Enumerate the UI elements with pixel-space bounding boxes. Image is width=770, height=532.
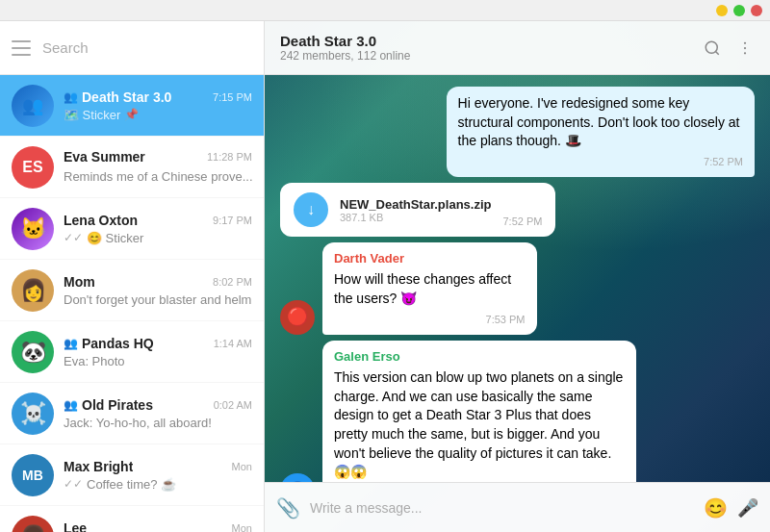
chat-header-icons — [703, 38, 755, 58]
message-content: Darth Vader How will these changes affec… — [322, 242, 537, 335]
message-text: Hi everyone. I've redesigned some key st… — [458, 94, 743, 151]
chat-title: Death Star 3.0 — [280, 33, 703, 49]
more-options-icon[interactable] — [735, 38, 755, 58]
avatar: 👦 — [12, 516, 54, 533]
message-bubble: Hi everyone. I've redesigned some key st… — [447, 87, 755, 177]
chat-name: Eva Summer — [64, 149, 145, 165]
chat-time: 8:02 PM — [213, 276, 252, 288]
avatar: 🐼 — [12, 331, 54, 373]
chat-title-info: Death Star 3.0 242 members, 112 online — [280, 33, 703, 63]
message-bubble: 🔴 Darth Vader How will these changes aff… — [280, 242, 609, 335]
chat-info: 👥 Old Pirates 0:02 AM Jack: Yo-ho-ho, al… — [64, 397, 252, 430]
sidebar-header — [0, 21, 264, 75]
avatar: ☠️ — [12, 393, 54, 435]
search-icon[interactable] — [703, 38, 722, 58]
tick-icon: ✓✓ — [64, 477, 83, 491]
chat-info: Eva Summer 11:28 PM Reminds me of a Chin… — [64, 149, 252, 185]
message-time: 7:53 PM — [334, 313, 526, 327]
chat-item-max-bright[interactable]: MB Max Bright Mon ✓✓ Coffee time? ☕ — [0, 444, 264, 506]
emoji-icon[interactable]: 😊 — [704, 496, 728, 519]
chat-preview: Eva: Photo — [64, 354, 252, 368]
chat-time: 11:28 PM — [207, 151, 252, 163]
chat-name: Mom — [64, 274, 95, 290]
chat-time: 7:15 PM — [213, 91, 252, 103]
chat-item-old-pirates[interactable]: ☠️ 👥 Old Pirates 0:02 AM Jack: Yo-ho-ho,… — [0, 383, 264, 444]
avatar: 👩 — [12, 269, 54, 312]
chat-name: Max Bright — [64, 459, 133, 474]
attach-icon[interactable]: 📎 — [276, 496, 300, 519]
maximize-button[interactable] — [733, 5, 745, 16]
hamburger-icon[interactable] — [12, 40, 31, 56]
chat-name: 👥 Pandas HQ — [64, 336, 154, 351]
svg-point-2 — [744, 41, 746, 43]
title-bar — [0, 0, 770, 21]
sidebar: 👥 👥 Death Star 3.0 7:15 PM 🗺️ Sticker 📌 — [0, 21, 265, 532]
tick-icon: ✓✓ — [64, 231, 83, 244]
svg-point-3 — [744, 46, 746, 48]
chat-list: 👥 👥 Death Star 3.0 7:15 PM 🗺️ Sticker 📌 — [0, 75, 264, 532]
pin-icon: 📌 — [124, 108, 139, 121]
chat-item-mom[interactable]: 👩 Mom 8:02 PM Don't forget your blaster … — [0, 260, 264, 321]
avatar: 🐱 — [12, 208, 54, 250]
message-bubble: Galen Erso This version can blow up two … — [322, 341, 636, 482]
chat-time: Mon — [232, 522, 252, 533]
svg-line-1 — [715, 51, 718, 54]
chat-info: Lena Oxton 9:17 PM ✓✓ 😊 Sticker — [64, 213, 252, 245]
chat-info: Max Bright Mon ✓✓ Coffee time? ☕ — [64, 459, 252, 492]
file-size: 387.1 KB — [340, 212, 491, 223]
chat-info: Mom 8:02 PM Don't forget your blaster an… — [64, 274, 252, 307]
sender-name: Galen Erso — [334, 348, 625, 366]
chat-area: Death Star 3.0 242 members, 112 online H… — [265, 21, 770, 532]
chat-time: 9:17 PM — [213, 215, 252, 226]
file-bubble: ↓ NEW_DeathStar.plans.zip 387.1 KB 7:52 … — [280, 183, 555, 237]
input-area: 📎 😊 🎤 — [265, 482, 770, 532]
message-time: 7:52 PM — [502, 215, 542, 227]
chat-preview: ✓✓ 😊 Sticker — [64, 231, 252, 245]
message-text: How will these changes affect the users?… — [334, 270, 526, 308]
message-text: This version can blow up two planets on … — [334, 368, 625, 482]
chat-name: 👥 Death Star 3.0 — [64, 89, 171, 105]
chat-preview: 🗺️ Sticker 📌 — [64, 108, 252, 122]
download-button[interactable]: ↓ — [294, 192, 328, 227]
chat-item-death-star[interactable]: 👥 👥 Death Star 3.0 7:15 PM 🗺️ Sticker 📌 — [0, 75, 264, 137]
mic-icon[interactable]: 🎤 — [737, 497, 758, 519]
chat-name: Lee — [64, 520, 87, 533]
message-row: 👤 Galen Erso This version can blow up tw… — [280, 341, 636, 482]
chat-header: Death Star 3.0 242 members, 112 online — [265, 21, 770, 75]
group-icon: 👥 — [64, 90, 78, 104]
chat-preview: Reminds me of a Chinese prove... 2 — [64, 167, 252, 185]
group-icon: 👥 — [64, 398, 78, 412]
chat-preview: Jack: Yo-ho-ho, all aboard! — [64, 416, 252, 430]
message-input[interactable] — [310, 500, 694, 516]
minimize-button[interactable] — [716, 5, 728, 16]
message-time: 7:52 PM — [458, 155, 743, 169]
avatar: 👥 — [12, 85, 54, 127]
chat-info: Lee Mon We can call it Galaxy Star 7 ;) — [64, 520, 252, 533]
close-button[interactable] — [751, 5, 762, 16]
sender-name: Darth Vader — [334, 250, 526, 267]
chat-time: 1:14 AM — [214, 338, 252, 349]
search-input[interactable] — [42, 39, 252, 56]
chat-info: 👥 Death Star 3.0 7:15 PM 🗺️ Sticker 📌 — [64, 89, 252, 122]
chat-item-lee[interactable]: 👦 Lee Mon We can call it Galaxy Star 7 ;… — [0, 506, 264, 532]
file-name: NEW_DeathStar.plans.zip — [340, 197, 491, 212]
chat-time: Mon — [232, 461, 252, 472]
chat-item-eva-summer[interactable]: ES Eva Summer 11:28 PM Reminds me of a C… — [0, 137, 264, 198]
file-info: NEW_DeathStar.plans.zip 387.1 KB — [340, 197, 491, 223]
chat-time: 0:02 AM — [214, 399, 252, 411]
chat-subtitle: 242 members, 112 online — [280, 49, 703, 63]
svg-point-4 — [744, 52, 746, 54]
messages-container: Hi everyone. I've redesigned some key st… — [265, 75, 770, 482]
chat-preview: Don't forget your blaster and helmet — [64, 292, 252, 307]
chat-item-lena-oxton[interactable]: 🐱 Lena Oxton 9:17 PM ✓✓ 😊 Sticker — [0, 198, 264, 260]
chat-name: Lena Oxton — [64, 213, 138, 228]
app-container: 👥 👥 Death Star 3.0 7:15 PM 🗺️ Sticker 📌 — [0, 21, 770, 532]
group-icon: 👥 — [64, 337, 78, 350]
svg-point-0 — [706, 41, 717, 53]
avatar: MB — [12, 454, 54, 496]
avatar: ES — [12, 146, 54, 189]
chat-preview: ✓✓ Coffee time? ☕ — [64, 477, 252, 492]
chat-info: 👥 Pandas HQ 1:14 AM Eva: Photo — [64, 336, 252, 368]
chat-item-pandas-hq[interactable]: 🐼 👥 Pandas HQ 1:14 AM Eva: Photo — [0, 321, 264, 383]
chat-name: 👥 Old Pirates — [64, 397, 153, 413]
